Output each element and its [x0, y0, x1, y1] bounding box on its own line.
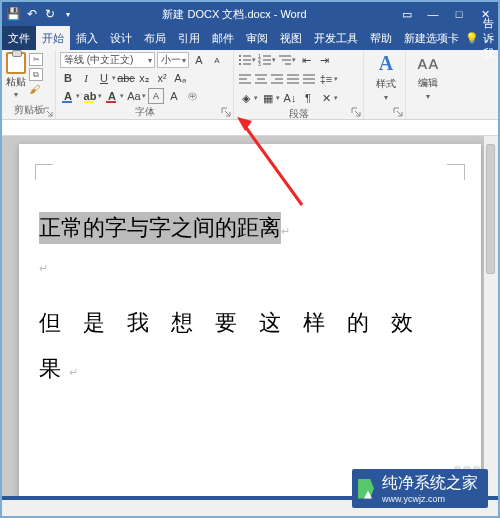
clipboard-launcher-icon[interactable]	[43, 107, 53, 117]
sort-icon[interactable]: A↓	[282, 90, 298, 106]
selected-text[interactable]: 正常的字与字之间的距离	[39, 212, 281, 244]
line-spacing-icon[interactable]: ‡≡	[318, 71, 334, 87]
multilevel-icon[interactable]	[278, 53, 292, 67]
watermark-brand: 纯净系统之家	[382, 473, 478, 494]
watermark-url: www.ycwjz.com	[382, 494, 478, 504]
char-shading-icon[interactable]: A	[166, 88, 182, 104]
styles-button[interactable]: A 样式 ▾	[368, 52, 404, 102]
tab-new[interactable]: 新建选项卡	[398, 26, 465, 50]
enclose-char-icon[interactable]: ㊥	[184, 88, 200, 104]
format-painter-icon[interactable]: 🖌	[29, 83, 43, 97]
cut-icon[interactable]: ✂	[29, 53, 43, 66]
title-bar: 💾 ↶ ↻ ▾ 新建 DOCX 文档.docx - Word ▭ — □ ✕	[2, 2, 498, 26]
change-case-icon[interactable]: Aa	[126, 88, 142, 104]
tab-file[interactable]: 文件	[2, 26, 36, 50]
font-size-combo[interactable]: 小一	[157, 52, 189, 68]
tab-help[interactable]: 帮助	[364, 26, 398, 50]
page[interactable]: 正常的字与字之间的距离↵ ↵ 但是我想要这样的效 果↵	[19, 144, 481, 496]
styles-launcher-icon[interactable]	[393, 107, 403, 117]
align-distribute-icon[interactable]	[302, 73, 316, 85]
outdent-icon[interactable]: ⇤	[298, 52, 314, 68]
tab-developer[interactable]: 开发工具	[308, 26, 364, 50]
margin-marker-tr	[447, 164, 465, 180]
ribbon: 粘贴 ▾ ✂ ⧉ 🖌 剪贴板 等线 (中文正文) 小一 A A B I U▾	[2, 50, 498, 120]
body-line-2[interactable]: 但是我想要这样的效	[39, 305, 461, 340]
margin-marker-tl	[35, 164, 53, 180]
shrink-font-icon[interactable]: A	[209, 52, 225, 68]
asian-layout-icon[interactable]: ✕	[318, 90, 334, 106]
indent-icon[interactable]: ⇥	[316, 52, 332, 68]
qat-more-icon[interactable]: ▾	[60, 7, 75, 22]
tab-home[interactable]: 开始	[36, 26, 70, 50]
editing-button[interactable]: ᴀᴀ 编辑 ▾	[410, 52, 446, 101]
underline-button[interactable]: U	[96, 70, 112, 86]
svg-point-4	[239, 63, 241, 65]
group-paragraph-label: 段落	[238, 106, 359, 123]
show-marks-icon[interactable]: ¶	[300, 90, 316, 106]
subscript-icon[interactable]: x₂	[136, 70, 152, 86]
watermark-logo-icon	[358, 479, 378, 499]
highlight-icon[interactable]: ab	[82, 88, 98, 104]
ribbon-tabs: 文件 开始 插入 设计 布局 引用 邮件 审阅 视图 开发工具 帮助 新建选项卡…	[2, 26, 498, 50]
paste-more-icon[interactable]: ▾	[14, 90, 18, 99]
save-icon[interactable]: 💾	[6, 7, 21, 22]
minimize-icon[interactable]: —	[420, 2, 446, 26]
tab-review[interactable]: 审阅	[240, 26, 274, 50]
redo-icon[interactable]: ↻	[42, 7, 57, 22]
font-color-icon[interactable]: A	[104, 88, 120, 104]
align-right-icon[interactable]	[270, 73, 284, 85]
align-center-icon[interactable]	[254, 73, 268, 85]
shading-icon[interactable]: ◈	[238, 90, 254, 106]
tab-insert[interactable]: 插入	[70, 26, 104, 50]
maximize-icon[interactable]: □	[446, 2, 472, 26]
paragraph-launcher-icon[interactable]	[351, 107, 361, 117]
italic-button[interactable]: I	[78, 70, 94, 86]
borders-icon[interactable]: ▦	[260, 90, 276, 106]
tell-me-label[interactable]: 告诉我	[483, 16, 494, 61]
bullets-icon[interactable]	[238, 53, 252, 67]
tab-view[interactable]: 视图	[274, 26, 308, 50]
tab-references[interactable]: 引用	[172, 26, 206, 50]
window-title: 新建 DOCX 文档.docx - Word	[75, 7, 394, 22]
tab-design[interactable]: 设计	[104, 26, 138, 50]
watermark: 纯净系统之家 www.ycwjz.com	[352, 469, 488, 508]
align-justify-icon[interactable]	[286, 73, 300, 85]
font-launcher-icon[interactable]	[221, 107, 231, 117]
undo-icon[interactable]: ↶	[24, 7, 39, 22]
grow-font-icon[interactable]: A	[191, 52, 207, 68]
superscript-icon[interactable]: x²	[154, 70, 170, 86]
body-line-3[interactable]: 果↵	[39, 354, 461, 384]
align-left-icon[interactable]	[238, 73, 252, 85]
strike-button[interactable]: abc	[118, 70, 134, 86]
svg-point-0	[239, 55, 241, 57]
document-area: 正常的字与字之间的距离↵ ↵ 但是我想要这样的效 果↵	[2, 136, 498, 496]
bold-button[interactable]: B	[60, 70, 76, 86]
char-border-icon[interactable]: A	[148, 88, 164, 104]
clear-format-icon[interactable]: Aₐ	[172, 70, 188, 86]
paste-icon[interactable]	[6, 52, 26, 74]
tell-me-icon[interactable]: 💡	[465, 32, 479, 45]
vertical-scrollbar[interactable]	[484, 136, 498, 496]
svg-point-2	[239, 59, 241, 61]
tab-mailings[interactable]: 邮件	[206, 26, 240, 50]
paste-label[interactable]: 粘贴	[6, 75, 26, 89]
scroll-thumb[interactable]	[486, 144, 495, 274]
svg-text:3: 3	[258, 61, 261, 67]
group-font-label: 字体	[60, 104, 229, 121]
font-name-combo[interactable]: 等线 (中文正文)	[60, 52, 155, 68]
ribbon-options-icon[interactable]: ▭	[394, 2, 420, 26]
tab-layout[interactable]: 布局	[138, 26, 172, 50]
numbering-icon[interactable]: 123	[258, 53, 272, 67]
copy-icon[interactable]: ⧉	[29, 68, 43, 81]
text-effects-icon[interactable]: A	[60, 88, 76, 104]
